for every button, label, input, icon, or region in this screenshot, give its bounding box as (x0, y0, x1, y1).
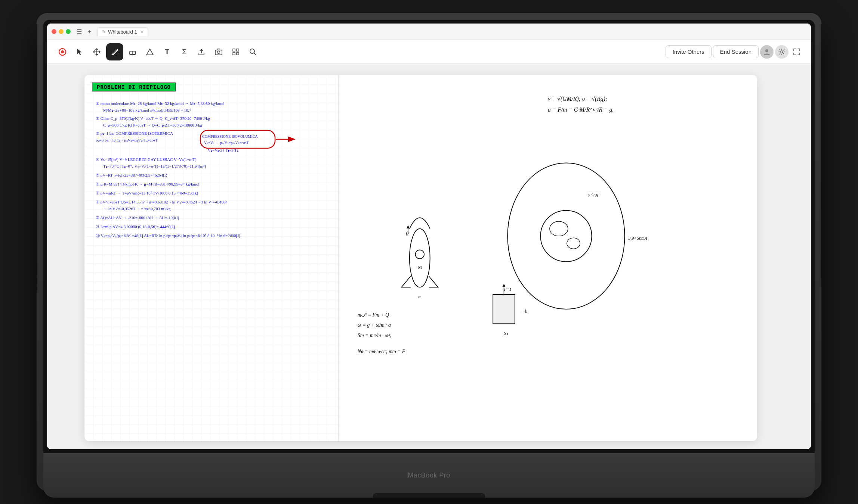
svg-text:C_p=500[J/kg·K]  P=cosT → Q=C_: C_p=500[J/kg·K] P=cosT → Q=C_p·ΔT=500·2=… (103, 123, 202, 127)
svg-text:③ p₁=1 bar  COMPRESSIONE ISOTE: ③ p₁=1 bar COMPRESSIONE ISOTERMICA (96, 131, 173, 136)
canvas-area[interactable]: PROBLEMI DI RIEPILOGO ① mono molecolare … (47, 64, 811, 449)
end-session-button[interactable]: End Session (713, 45, 759, 58)
eraser-icon (129, 48, 137, 56)
diagram-svg: v = √(GM/R); υ = √(Rg); a = F/m = G·M/R²… (346, 83, 750, 433)
hamburger-icon[interactable]: ☰ (77, 28, 82, 35)
svg-text:Sт = mс/m · ω²;: Sт = mс/m · ω²; (358, 333, 392, 338)
svg-text:S₁: S₁ (504, 331, 508, 336)
svg-text:v = √(GM/R);    υ = √(Rg);: v = √(GM/R); υ = √(Rg); (548, 96, 607, 102)
move-icon (93, 48, 101, 56)
laptop-brand: MacBook Pro (408, 472, 450, 479)
svg-text:T₁=70[°C]  T₂=0°c  V₀=V/(1+α·T: T₁=70[°C] T₂=0°c V₀=V/(1+α·T)=15/(1+1/27… (103, 164, 206, 169)
search-icon (249, 48, 257, 56)
whiteboard-content: PROBLEMI DI RIEPILOGO ① mono molecolare … (84, 75, 757, 441)
settings-button[interactable] (775, 45, 788, 59)
svg-text:a = F/m = G·M/R²    v²/R = g.: a = F/m = G·M/R² v²/R = g. (548, 106, 614, 113)
svg-text:V₂=V₂/3  |  T₃=3·T₁: V₂=V₂/3 | T₃=3·T₁ (208, 148, 238, 152)
laser-pointer-button[interactable] (55, 44, 70, 60)
move-button[interactable] (89, 44, 105, 60)
svg-point-48 (567, 238, 580, 249)
notes-title: PROBLEMI DI RIEPILOGO (92, 83, 176, 91)
shape-icon (146, 48, 154, 56)
svg-text:M: M (418, 265, 422, 270)
svg-text:② Olins C_p=370[J/kg·K] V=cosT: ② Olins C_p=370[J/kg·K] V=cosT → Q=C_v·Δ… (96, 116, 210, 121)
grid-button[interactable] (228, 44, 244, 60)
user-avatar-button[interactable] (760, 45, 774, 59)
svg-text:⑨  ΔQ=ΔU+ΔV → -210=-800+ΔU → Δ: ⑨ ΔQ=ΔU+ΔV → -210=-800+ΔU → ΔU=-10[kJ] (96, 215, 179, 220)
upload-icon (197, 48, 206, 56)
svg-rect-10 (233, 53, 235, 55)
formula-button[interactable]: Σ (176, 44, 192, 60)
svg-point-7 (217, 51, 220, 53)
fullscreen-icon (793, 48, 801, 56)
laptop-frame: ☰ + ✎ Whiteboard 1 × (37, 13, 821, 491)
svg-rect-54 (493, 295, 515, 324)
laptop-notch (373, 493, 485, 498)
whiteboard-tab[interactable]: ✎ Whiteboard 1 × (97, 27, 148, 36)
close-button[interactable] (52, 29, 56, 34)
svg-point-39 (410, 229, 430, 287)
user-icon (763, 48, 771, 56)
svg-text:Nв = mв·ω·вс;    mω = F.: Nв = mв·ω·вс; mω = F. (357, 349, 406, 354)
tab-edit-icon: ✎ (102, 29, 106, 34)
svg-text:⑪  V₂=p₁·V₁/p₂=6·8/1=48[ℓ]  ΔL: ⑪ V₂=p₁·V₁/p₂=6·8/1=48[ℓ] ΔL=RTe ln p₂/p… (96, 233, 240, 238)
text-icon: T (165, 47, 169, 56)
grid-icon (232, 48, 240, 56)
svg-text:F↑1: F↑1 (504, 287, 512, 292)
svg-point-46 (540, 211, 592, 262)
svg-text:p₂=3 bar  T₁/T₂→p₁V₂=p₂V₂·T₁=c: p₂=3 bar T₁/T₂→p₁V₂=p₂V₂·T₁=cosT (96, 138, 158, 142)
svg-text:ω = g + ω/m · a: ω = g + ω/m · a (358, 322, 391, 328)
svg-text:⑦ pV=mRT → T=pV/mR=13·10⁵·1V/1: ⑦ pV=mRT → T=pV/mR=13·10⁵·1V/1000·0,15·4… (96, 191, 198, 195)
svg-marker-2 (77, 49, 81, 55)
fullscreen-button[interactable] (790, 45, 803, 59)
invite-others-button[interactable]: Invite Others (666, 45, 712, 58)
svg-rect-11 (237, 53, 239, 55)
svg-point-47 (550, 221, 568, 236)
tab-label: Whiteboard 1 (108, 29, 137, 35)
maximize-button[interactable] (66, 29, 71, 34)
handwritten-notes-svg: ① mono molecolare M₁=28 kg/kmol M₂=32 kg… (92, 97, 331, 419)
select-icon (76, 48, 83, 56)
traffic-lights (52, 29, 71, 34)
search-button[interactable] (245, 44, 261, 60)
titlebar: ☰ + ✎ Whiteboard 1 × (47, 24, 811, 40)
svg-text:m: m (418, 295, 422, 299)
camera-button[interactable] (211, 44, 226, 60)
eraser-button[interactable] (125, 44, 141, 60)
upload-button[interactable] (194, 44, 209, 60)
svg-text:M/M₂=28+80=108 kg/kmol  n²kmol: M/M₂=28+80=108 kg/kmol n²kmol: 1455/108 … (103, 108, 191, 112)
svg-point-1 (61, 50, 64, 53)
svg-text:mω² = Fт + Q: mω² = Fт + Q (358, 312, 389, 318)
svg-text:⑤ pV=RT  p=RT/25=387·403/2,5=4: ⑤ pV=RT p=RT/25=387·403/2,5=46264[R] (96, 173, 169, 177)
svg-point-14 (765, 49, 768, 52)
svg-marker-5 (146, 49, 153, 55)
svg-text:3,9<5r,mA: 3,9<5r,mA (628, 236, 647, 241)
svg-point-45 (507, 163, 624, 309)
select-button[interactable] (72, 44, 87, 60)
new-tab-icon[interactable]: + (88, 28, 91, 35)
svg-point-15 (781, 51, 783, 53)
svg-line-13 (254, 53, 256, 55)
settings-icon (778, 49, 785, 55)
shape-button[interactable] (142, 44, 158, 60)
svg-rect-9 (237, 49, 239, 51)
text-button[interactable]: T (159, 44, 175, 60)
svg-text:⑩  L=m·p·ΔV=4,3·90000·(0,18-0,: ⑩ L=m·p·ΔV=4,3·90000·(0,18-0,56)=-44460[… (96, 224, 175, 229)
svg-text:④ V₁=15[m³]  V=9  LEGGE DI GAY: ④ V₁=15[m³] V=9 LEGGE DI GAY-LUSSAC V=V₀… (96, 157, 197, 162)
laptop-bottom: MacBook Pro (43, 453, 815, 498)
svg-text:⑥ μ·R=M·8314 J/kmol·K → μ=M²/R: ⑥ μ·R=M·8314 J/kmol·K → μ=M²/R=8314/98,9… (96, 182, 200, 186)
svg-rect-22 (200, 130, 275, 148)
svg-text:→ ln V₁²=-0,35263 → n²=e^0,703: → ln V₁²=-0,35263 → n²=e^0,703 m³/kg (103, 206, 171, 211)
toolbar: T Σ (47, 40, 811, 64)
pen-button[interactable] (106, 43, 123, 60)
svg-text:- b: - b (522, 309, 527, 314)
svg-text:V̄: V̄ (405, 231, 410, 237)
svg-text:y<r,g: y<r,g (587, 192, 598, 197)
laser-pointer-icon (58, 48, 67, 56)
formula-icon: Σ (182, 48, 186, 56)
tab-close-icon[interactable]: × (141, 29, 143, 34)
diagram-section: v = √(GM/R); υ = √(Rg); a = F/m = G·M/R²… (339, 75, 757, 441)
svg-rect-3 (130, 51, 136, 55)
screen-bezel: ☰ + ✎ Whiteboard 1 × (43, 20, 815, 453)
minimize-button[interactable] (59, 29, 64, 34)
